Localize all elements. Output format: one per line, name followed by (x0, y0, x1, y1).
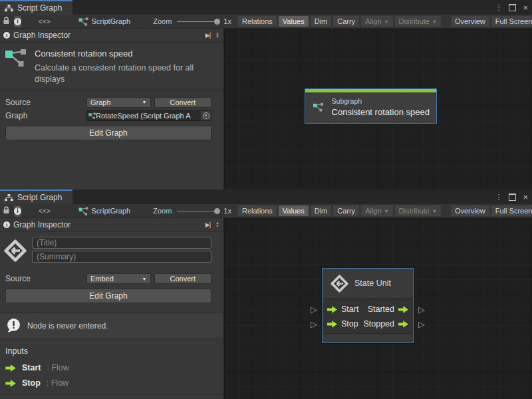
inspector-title: Graph Inspector (13, 31, 70, 40)
port-row: Start Started (327, 302, 408, 317)
node-title: Consistent rotation speed (332, 107, 430, 117)
graph-title: Consistent rotation speed (35, 49, 198, 59)
title-input[interactable] (32, 237, 211, 249)
carry-button[interactable]: Carry (333, 205, 359, 216)
script-graph-icon (78, 207, 88, 215)
zoom-value: 1x (223, 207, 231, 215)
chevron-down-icon: ▼ (142, 100, 147, 104)
info-icon: i (3, 221, 10, 228)
source-select[interactable]: Graph▼ (86, 97, 151, 108)
graph-type-indicator: ScriptGraph (78, 207, 131, 215)
node-footer (323, 333, 413, 342)
input-port-start[interactable]: Start (327, 305, 358, 314)
values-button[interactable]: Values (279, 205, 309, 216)
dock-panel-icon[interactable]: ▶] (205, 221, 210, 228)
window-maximize-icon[interactable] (509, 194, 516, 201)
flow-arrow-icon (327, 306, 337, 313)
align-dropdown: Align▼ (361, 205, 392, 216)
graph-inspector-panel: i Graph Inspector ▶] ▲▼ Consistent rotat… (0, 29, 224, 190)
values-button[interactable]: Values (279, 16, 309, 27)
edit-graph-button[interactable]: Edit Graph (5, 289, 211, 303)
port-connector-triangle-icon[interactable]: ▷ (311, 320, 317, 329)
flow-arrow-icon (398, 321, 408, 328)
flow-arrow-icon (398, 306, 408, 313)
chevron-down-icon: ▼ (384, 19, 389, 24)
convert-button[interactable]: Convert (154, 273, 212, 284)
tab-script-graph[interactable]: Script Graph (0, 190, 72, 204)
distribute-dropdown: Distribute▼ (395, 16, 441, 27)
input-port-stop[interactable]: Stop (327, 319, 358, 329)
zoom-value: 1x (223, 17, 231, 25)
graph-description: Calculate a consistent rotation speed fo… (35, 63, 198, 85)
chevron-down-icon: ▼ (384, 209, 389, 213)
subgraph-icon (313, 99, 324, 115)
node-kind-label: Subgraph (332, 97, 430, 105)
script-graph-panel-bottom: Script Graph ⋮ × i <×> ScriptGraph Zoom … (0, 190, 532, 399)
lock-icon[interactable] (3, 206, 10, 215)
state-unit-node[interactable]: State Unit Start Started Stop Stopped ▷ … (322, 268, 414, 343)
inspector-title: Graph Inspector (13, 220, 70, 229)
port-connector-triangle-icon[interactable]: ▷ (311, 305, 317, 314)
tab-label: Script Graph (17, 3, 62, 13)
graph-toolbar: i <×> ScriptGraph Zoom 1x Relations Valu… (0, 204, 532, 218)
dim-button[interactable]: Dim (311, 16, 332, 27)
dim-button[interactable]: Dim (311, 205, 332, 216)
graph-hierarchy-icon (5, 194, 13, 201)
overview-button[interactable]: Overview (451, 205, 489, 216)
full-screen-button[interactable]: Full Screen (491, 16, 532, 27)
convert-button[interactable]: Convert (154, 97, 212, 108)
flow-arrow-icon (5, 364, 16, 372)
input-port-stop: Stop : Flow (5, 378, 218, 388)
object-picker-button[interactable] (201, 111, 211, 120)
scroll-spinner[interactable]: ▲▼ (215, 32, 219, 39)
node-title-block (0, 232, 223, 269)
output-port-stopped[interactable]: Stopped (363, 319, 408, 329)
window-menu-icon[interactable]: ⋮ (495, 3, 502, 12)
zoom-slider[interactable] (177, 211, 218, 211)
zoom-label: Zoom (153, 17, 172, 25)
dock-panel-icon[interactable]: ▶] (205, 32, 210, 39)
flow-arrow-icon (327, 321, 337, 328)
edit-graph-button[interactable]: Edit Graph (5, 126, 211, 140)
summary-input[interactable] (32, 251, 211, 263)
full-screen-button[interactable]: Full Screen (491, 205, 532, 216)
object-picker-icon (203, 112, 209, 119)
port-row: Stop Stopped (327, 317, 408, 331)
relations-button[interactable]: Relations (238, 205, 277, 216)
zoom-slider-knob[interactable] (214, 208, 220, 214)
graph-canvas[interactable]: Subgraph Consistent rotation speed (224, 29, 532, 190)
window-menu-icon[interactable]: ⋮ (495, 193, 502, 201)
input-port-start: Start : Flow (5, 363, 218, 372)
code-preview-icon[interactable]: <×> (39, 207, 51, 215)
zoom-slider-knob[interactable] (214, 19, 220, 25)
graph-canvas[interactable]: State Unit Start Started Stop Stopped ▷ … (224, 218, 532, 399)
info-icon: i (3, 32, 10, 39)
lock-icon[interactable] (3, 17, 10, 26)
output-port-started[interactable]: Started (368, 305, 408, 314)
window-close-icon[interactable]: × (523, 3, 528, 12)
scroll-spinner[interactable]: ▲▼ (215, 221, 219, 228)
port-connector-triangle-icon[interactable]: ▷ (418, 320, 425, 329)
window-controls: ⋮ × (495, 0, 528, 15)
tab-script-graph[interactable]: Script Graph (0, 0, 72, 15)
inspector-toggle-button[interactable]: i (14, 16, 21, 27)
port-connector-triangle-icon[interactable]: ▷ (418, 305, 425, 314)
window-maximize-icon[interactable] (509, 4, 516, 11)
source-select[interactable]: Embed▼ (86, 273, 151, 284)
source-row: Source Graph▼ Convert (5, 96, 211, 108)
tab-bar: Script Graph ⋮ × (0, 190, 532, 204)
inspector-toggle-button[interactable]: i (14, 205, 21, 217)
tab-bar: Script Graph ⋮ × (0, 0, 532, 15)
zoom-slider[interactable] (177, 21, 218, 22)
window-close-icon[interactable]: × (523, 193, 528, 201)
source-label: Source (5, 98, 86, 107)
overview-button[interactable]: Overview (451, 16, 489, 27)
relations-button[interactable]: Relations (238, 16, 277, 27)
node-header: State Unit (323, 269, 413, 299)
graph-object-field[interactable]: RotateSpeed (Script Graph A (86, 110, 211, 121)
code-preview-icon[interactable]: <×> (39, 18, 51, 25)
subgraph-node[interactable]: Subgraph Consistent rotation speed (305, 88, 437, 124)
node-title: State Unit (354, 279, 391, 288)
carry-button[interactable]: Carry (333, 16, 359, 27)
source-label: Source (5, 274, 86, 283)
